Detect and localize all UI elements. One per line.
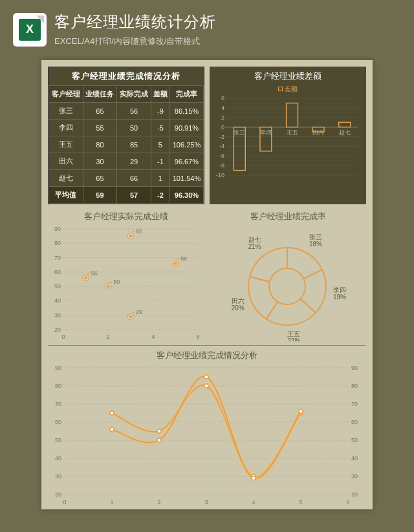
svg-text:-10: -10: [216, 172, 224, 178]
table-cell: 张三: [49, 103, 83, 120]
svg-text:90: 90: [55, 365, 61, 371]
svg-point-68: [177, 258, 179, 259]
page-title: 客户经理业绩统计分析: [54, 12, 216, 32]
svg-rect-23: [287, 103, 298, 127]
table-cell: 96.30%: [169, 187, 203, 204]
svg-text:70: 70: [55, 401, 61, 407]
svg-point-62: [129, 315, 133, 319]
table-cell: 30: [83, 153, 117, 170]
svg-text:40: 40: [351, 455, 358, 462]
svg-text:6: 6: [196, 334, 199, 340]
document-page: 客户经理业绩完成情况分析 客户经理业绩任务实际完成差额完成率 张三6556-98…: [41, 60, 373, 509]
table-cell: 80: [83, 136, 117, 153]
svg-text:50: 50: [351, 437, 358, 443]
svg-text:40: 40: [54, 297, 61, 304]
svg-text:6: 6: [221, 95, 224, 101]
table-cell: 5: [151, 136, 169, 153]
svg-point-50: [84, 276, 88, 280]
svg-point-60: [133, 231, 134, 232]
svg-text:50: 50: [55, 437, 61, 443]
svg-point-112: [204, 384, 208, 388]
table-cell: 101.54%: [169, 170, 203, 187]
svg-point-52: [87, 273, 89, 274]
table-summary-row: 平均值5957-296.30%: [49, 187, 204, 204]
svg-text:0: 0: [221, 124, 224, 131]
bar-chart-legend: 差额: [213, 85, 362, 94]
table-header: 差额: [151, 86, 169, 103]
svg-text:张三: 张三: [234, 129, 245, 136]
svg-text:王五: 王五: [287, 330, 300, 337]
svg-text:赵七: 赵七: [248, 236, 261, 243]
line-chart-title: 客户经理业绩完成情况分析: [48, 346, 366, 363]
svg-point-119: [299, 409, 303, 413]
donut-title: 客户经理业绩完成率: [210, 211, 366, 222]
title-block: 客户经理业绩统计分析 EXCEL/A4打印/内容随意修改/自带格式: [54, 12, 216, 47]
svg-text:60: 60: [55, 419, 61, 425]
svg-text:21%: 21%: [248, 243, 261, 250]
svg-text:50: 50: [113, 279, 120, 285]
svg-point-64: [133, 312, 134, 313]
page-fold-icon: [36, 16, 44, 23]
svg-text:70: 70: [54, 255, 61, 261]
svg-text:30: 30: [54, 312, 61, 319]
svg-text:90: 90: [351, 365, 358, 371]
table-cell: -9: [151, 103, 169, 120]
donut-chart: 张三18%李四19%王五22%田六20%赵七21%: [210, 225, 365, 341]
table-cell: 赵七: [49, 170, 83, 187]
table-cell: 57: [117, 187, 151, 204]
bar-chart: -10-8-6-4-20246张三李四王五田六赵七: [213, 95, 361, 187]
line-chart-card: 客户经理业绩完成情况分析 202030304040505060607070808…: [48, 345, 366, 508]
donut-card: 客户经理业绩完成率 张三18%李四19%王五22%田六20%赵七21%: [210, 211, 366, 340]
table-cell: 106.25%: [169, 136, 203, 153]
table-row: 张三6556-986.15%: [49, 103, 204, 120]
table-cell: 65: [83, 170, 117, 187]
svg-text:-6: -6: [219, 153, 224, 159]
svg-text:20: 20: [351, 491, 358, 498]
table-cell: 田六: [49, 153, 83, 170]
svg-point-116: [157, 438, 161, 442]
svg-text:5: 5: [299, 499, 302, 505]
table-cell: 59: [83, 187, 117, 204]
svg-text:1: 1: [110, 499, 113, 505]
svg-text:李四: 李四: [333, 286, 346, 293]
table-cell: 50: [117, 120, 151, 136]
svg-point-110: [110, 411, 114, 415]
svg-text:40: 40: [55, 455, 61, 462]
svg-text:20: 20: [55, 491, 61, 498]
table-card: 客户经理业绩完成情况分析 客户经理业绩任务实际完成差额完成率 张三6556-98…: [48, 67, 204, 204]
svg-text:-8: -8: [219, 162, 224, 169]
scatter-chart: 203040506070809002465650852966: [48, 225, 203, 341]
svg-point-118: [252, 476, 256, 480]
svg-text:2: 2: [221, 114, 224, 121]
table-header: 客户经理: [49, 86, 83, 103]
table-header: 实际完成: [117, 86, 151, 103]
svg-text:-4: -4: [219, 143, 224, 149]
table-cell: 56: [117, 103, 151, 120]
svg-point-56: [110, 281, 111, 282]
svg-text:70: 70: [351, 401, 358, 407]
line-chart: 202030304040505060607070808090900123456: [48, 363, 365, 507]
svg-text:4: 4: [151, 334, 155, 340]
legend-swatch-icon: [278, 87, 283, 91]
svg-point-117: [204, 375, 208, 379]
svg-text:85: 85: [136, 228, 142, 235]
svg-text:6: 6: [346, 499, 349, 505]
table-cell: -1: [151, 153, 169, 170]
table-title: 客户经理业绩完成情况分析: [49, 67, 204, 85]
header: X 客户经理业绩统计分析 EXCEL/A4打印/内容随意修改/自带格式: [0, 0, 414, 56]
table-header: 完成率: [169, 86, 203, 103]
svg-text:赵七: 赵七: [339, 129, 351, 136]
svg-text:80: 80: [55, 383, 61, 389]
svg-text:20: 20: [54, 326, 61, 333]
svg-rect-27: [339, 122, 351, 127]
svg-text:4: 4: [252, 499, 255, 505]
scatter-card: 客户经理实际完成业绩 20304050607080900246565085296…: [48, 211, 204, 340]
svg-text:3: 3: [204, 499, 208, 505]
svg-text:19%: 19%: [333, 293, 346, 301]
table-cell: -2: [151, 187, 169, 204]
svg-text:29: 29: [136, 309, 142, 315]
table-cell: 66: [117, 170, 151, 187]
performance-table: 客户经理业绩任务实际完成差额完成率 张三6556-986.15%李四5550-5…: [49, 85, 204, 204]
table-cell: 平均值: [49, 187, 83, 204]
svg-text:20%: 20%: [232, 304, 245, 312]
